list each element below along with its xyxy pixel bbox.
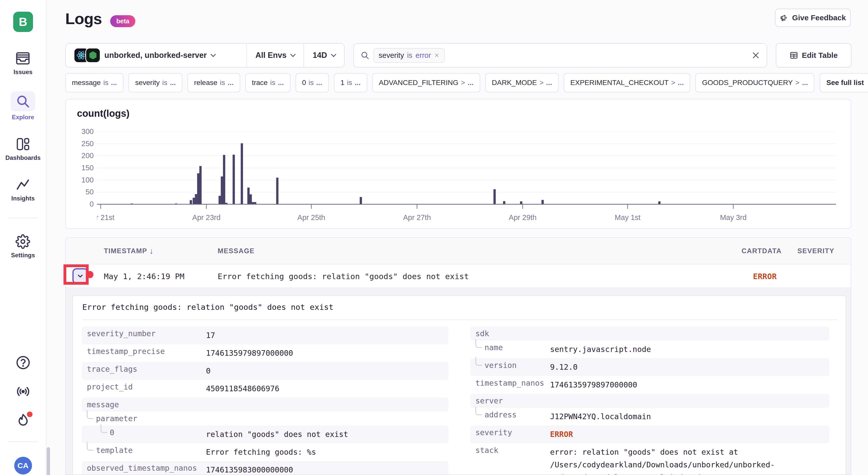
log-message: Error fetching goods: relation "goods" d…	[218, 264, 469, 288]
chart-bar	[223, 155, 225, 205]
environment-selector[interactable]: All Envs	[246, 44, 304, 67]
sidebar-item-explore[interactable]: Explore	[11, 91, 35, 121]
chart-bar	[219, 196, 221, 204]
sidebar-item-label: Issues	[13, 69, 32, 76]
chart-bar	[190, 200, 192, 204]
column-header-timestamp[interactable]: TIMESTAMP ↓	[104, 238, 154, 264]
filter-chip[interactable]: severity is ...	[128, 73, 182, 92]
x-tick-label: May 3rd	[720, 213, 747, 222]
attribute-key-label: timestamp_precise	[87, 347, 165, 356]
filter-chip[interactable]: 1 is ...	[334, 73, 367, 92]
search-filter-token[interactable]: severity is error	[374, 48, 445, 63]
attribute-value: 1746135983000000000	[206, 461, 448, 475]
attribute-key-label: template	[96, 446, 133, 455]
attribute-key-label: trace_flags	[87, 365, 137, 374]
chip-key: severity	[135, 79, 159, 87]
attribute-key: timestamp_nanos	[470, 376, 550, 390]
filter-chip[interactable]: EXPERIMENTAL_CHECKOUT > ...	[564, 73, 690, 92]
attribute-row: message	[82, 398, 448, 412]
column-label: TIMESTAMP	[104, 247, 147, 255]
search-clear-icon[interactable]	[751, 51, 760, 60]
search-icon	[11, 91, 35, 111]
attribute-key-label: observed_timestamp_nanos	[87, 464, 197, 472]
logs-count-chart-panel: count(logs) 050100150200250300 Apr 21stA…	[65, 99, 851, 229]
attribute-key: template	[82, 443, 206, 457]
filter-chip[interactable]: DARK_MODE > ...	[485, 73, 559, 92]
chip-ellipsis: ...	[111, 79, 117, 87]
page-filter-group: unborked, unborked-server All Envs 14D	[65, 43, 345, 67]
x-tick-label: May 1st	[615, 213, 641, 222]
logs-bar-chart: Apr 21stApr 23rdApr 25thApr 27thApr 29th…	[97, 132, 836, 222]
attribute-value: 1746135979897000000	[550, 376, 794, 394]
chip-operator: is	[103, 79, 108, 87]
attribute-key-label: project_id	[87, 382, 133, 391]
attribute-row: observed_timestamp_nanos 174613598300000…	[82, 461, 448, 475]
chart-bar	[493, 189, 496, 204]
x-tick-label: Apr 25th	[298, 213, 325, 222]
attribute-key: timestamp_precise	[82, 344, 206, 358]
filter-chip[interactable]: message is ...	[65, 73, 123, 92]
tree-connector	[87, 442, 93, 451]
sidebar-item-label: Insights	[11, 195, 34, 202]
attribute-row: project_id 4509118548606976	[82, 380, 448, 398]
sidebar-item-issues[interactable]: Issues	[13, 51, 32, 76]
y-tick-label: 50	[72, 188, 94, 196]
token-value: error	[415, 51, 431, 60]
attribute-value: 1746135979897000000	[206, 344, 448, 362]
log-table-row[interactable]: May 1, 2:46:19 PM Error fetching goods: …	[66, 264, 851, 288]
sidebar-item-settings[interactable]: Settings	[11, 234, 35, 259]
chart-bar	[232, 155, 235, 204]
attribute-key-label: address	[485, 410, 517, 419]
megaphone-icon	[780, 13, 788, 22]
give-feedback-button[interactable]: Give Feedback	[775, 9, 851, 27]
avatar[interactable]: CA	[14, 457, 32, 474]
filter-chip[interactable]: ADVANCED_FILTERING > ...	[372, 73, 480, 92]
tree-connector	[100, 424, 107, 433]
scrollbar-thumb[interactable]	[47, 447, 50, 475]
filter-chip[interactable]: release is ...	[187, 73, 240, 92]
whats-new-flame-icon[interactable]	[15, 413, 31, 428]
attribute-row: parameter	[82, 412, 448, 426]
filter-chip[interactable]: trace is ...	[245, 73, 290, 92]
y-tick-label: 0	[72, 200, 94, 208]
attribute-value	[550, 394, 794, 399]
attribute-row: version 9.12.0	[470, 358, 829, 376]
chip-key: trace	[252, 79, 268, 87]
column-header-cartdata[interactable]: CARTDATA	[742, 238, 782, 264]
search-input[interactable]: severity is error	[353, 43, 767, 67]
see-full-list-chip[interactable]: See full list	[820, 73, 868, 92]
project-selector[interactable]: unborked, unborked-server	[66, 44, 246, 67]
attribute-key-label: sdk	[475, 329, 489, 338]
filter-chip[interactable]: 0 is ...	[296, 73, 329, 92]
attribute-key-label: message	[87, 400, 119, 409]
sidebar-item-dashboards[interactable]: Dashboards	[5, 137, 41, 161]
y-tick-label: 200	[72, 151, 94, 160]
project-selector-label: unborked, unborked-server	[104, 51, 207, 60]
column-header-message[interactable]: MESSAGE	[218, 238, 255, 264]
log-detail-panel: Error fetching goods: relation "goods" d…	[72, 295, 846, 475]
avatar-initials: CA	[18, 461, 28, 470]
detail-divider	[82, 319, 838, 320]
broadcast-icon[interactable]	[15, 384, 31, 399]
help-icon[interactable]	[15, 355, 31, 370]
sidebar-item-insights[interactable]: Insights	[11, 177, 34, 202]
attribute-value	[206, 398, 448, 403]
y-tick-label: 250	[72, 140, 94, 148]
attribute-row: trace_flags 0	[82, 362, 448, 380]
attribute-key-label: parameter	[96, 414, 137, 423]
chart-bar	[195, 194, 197, 204]
attribute-key: 0	[82, 426, 206, 439]
table-icon	[789, 51, 798, 60]
date-range-selector[interactable]: 14D	[304, 44, 344, 67]
chip-ellipsis: ...	[546, 79, 552, 87]
edit-table-button[interactable]: Edit Table	[776, 43, 851, 67]
column-header-severity[interactable]: SEVERITY	[797, 238, 835, 264]
notification-dot	[27, 412, 32, 417]
org-logo[interactable]: B	[13, 12, 33, 32]
chip-operator: is	[347, 79, 352, 87]
attribute-row: server	[470, 394, 829, 408]
chip-key: DARK_MODE	[492, 79, 537, 87]
token-remove-icon[interactable]	[434, 53, 440, 58]
filter-chip[interactable]: GOODS_PRODUCTQUERY > ...	[695, 73, 814, 92]
log-timestamp: May 1, 2:46:19 PM	[104, 264, 184, 288]
